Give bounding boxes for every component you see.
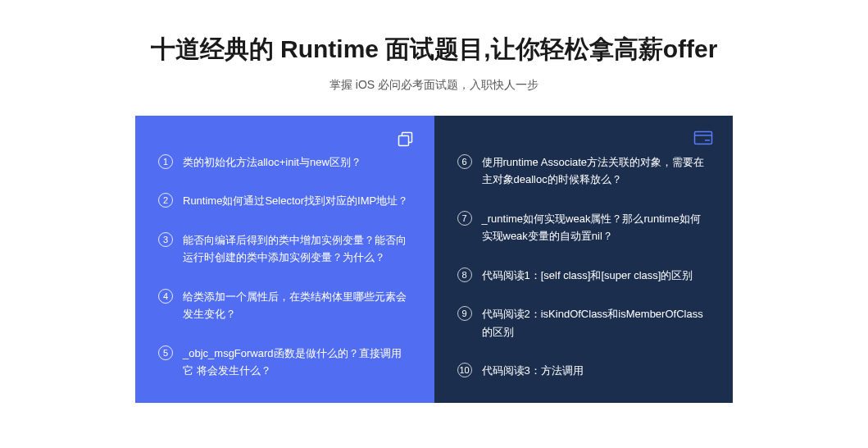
card-icon xyxy=(693,130,713,145)
item-text: 代码阅读2：isKindOfClass和isMemberOfClass的区别 xyxy=(482,305,711,341)
item-number: 2 xyxy=(158,193,173,208)
item-number: 7 xyxy=(457,211,472,226)
svg-rect-2 xyxy=(695,132,712,144)
list-item: 10 代码阅读3：方法调用 xyxy=(457,362,711,379)
item-text: _runtime如何实现weak属性？那么runtime如何实现weak变量的自… xyxy=(482,210,711,245)
header: 十道经典的 Runtime 面试题目,让你轻松拿高薪offer 掌握 iOS 必… xyxy=(0,0,868,116)
item-text: _objc_msgForward函数是做什么的？直接调用它 将会发生什么？ xyxy=(183,345,411,380)
copy-icon xyxy=(397,130,415,149)
list-item: 9 代码阅读2：isKindOfClass和isMemberOfClass的区别 xyxy=(457,305,711,341)
item-text: 代码阅读3：方法调用 xyxy=(482,362,584,379)
list-item: 3 能否向编译后得到的类中增加实例变量？能否向运行时创建的类中添加实例变量？为什… xyxy=(158,231,411,267)
item-text: 代码阅读1：[self class]和[super class]的区别 xyxy=(482,267,693,284)
item-text: 使用runtime Associate方法关联的对象，需要在主对象dealloc… xyxy=(482,153,711,189)
panels-container: 1 类的初始化方法alloc+init与new区别？ 2 Runtime如何通过… xyxy=(0,116,868,403)
item-number: 5 xyxy=(158,345,173,360)
item-number: 6 xyxy=(457,154,472,169)
item-number: 4 xyxy=(158,289,173,304)
item-number: 10 xyxy=(457,363,472,377)
item-text: Runtime如何通过Selector找到对应的IMP地址？ xyxy=(183,192,408,209)
list-item: 5 _objc_msgForward函数是做什么的？直接调用它 将会发生什么？ xyxy=(158,345,411,380)
item-number: 8 xyxy=(457,267,472,282)
item-text: 类的初始化方法alloc+init与new区别？ xyxy=(183,153,361,171)
list-item: 7 _runtime如何实现weak属性？那么runtime如何实现weak变量… xyxy=(457,210,711,245)
item-number: 9 xyxy=(457,306,472,321)
left-panel: 1 类的初始化方法alloc+init与new区别？ 2 Runtime如何通过… xyxy=(135,116,434,403)
list-item: 2 Runtime如何通过Selector找到对应的IMP地址？ xyxy=(158,192,411,209)
list-item: 8 代码阅读1：[self class]和[super class]的区别 xyxy=(457,267,711,284)
svg-rect-1 xyxy=(398,136,408,146)
item-number: 3 xyxy=(158,232,173,247)
item-text: 能否向编译后得到的类中增加实例变量？能否向运行时创建的类中添加实例变量？为什么？ xyxy=(183,231,411,267)
page-title: 十道经典的 Runtime 面试题目,让你轻松拿高薪offer xyxy=(0,33,868,66)
list-item: 6 使用runtime Associate方法关联的对象，需要在主对象deall… xyxy=(457,153,711,189)
item-number: 1 xyxy=(158,154,173,169)
list-item: 1 类的初始化方法alloc+init与new区别？ xyxy=(158,153,411,171)
item-text: 给类添加一个属性后，在类结构体里哪些元素会发生变化？ xyxy=(183,288,411,323)
list-item: 4 给类添加一个属性后，在类结构体里哪些元素会发生变化？ xyxy=(158,288,411,323)
page-subtitle: 掌握 iOS 必问必考面试题，入职快人一步 xyxy=(0,78,868,93)
right-panel: 6 使用runtime Associate方法关联的对象，需要在主对象deall… xyxy=(434,116,734,403)
